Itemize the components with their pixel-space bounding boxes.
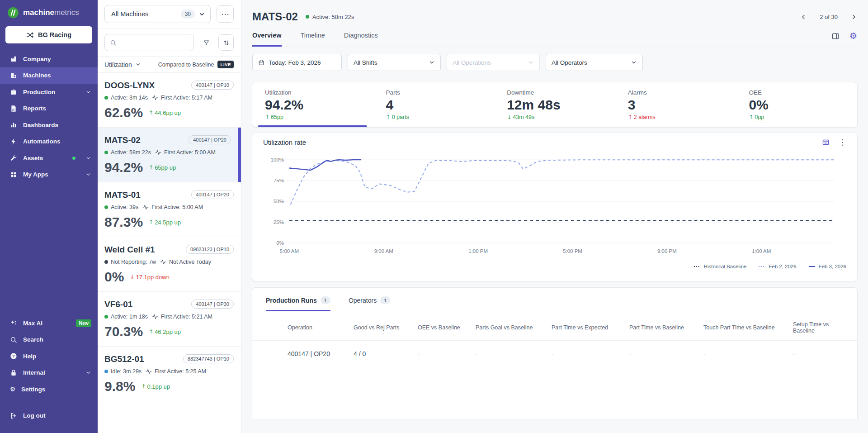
sidebar-item-label: Search xyxy=(23,336,43,343)
sidebar-item-settings[interactable]: ⚙Settings xyxy=(0,381,98,398)
chevron-left-icon[interactable] xyxy=(800,14,807,20)
machine-list: DOOS-LYNX400147 | OP10Active: 3m 14sFirs… xyxy=(98,73,241,433)
filter-label: All Operations xyxy=(453,59,491,66)
machine-search-input[interactable] xyxy=(120,39,189,46)
machine-card-head: Weld Cell #109823123 | OP10 xyxy=(104,244,234,256)
operation-badge: 400147 | OP10 xyxy=(191,81,234,90)
lock-icon xyxy=(10,369,17,376)
sort-by-dropdown[interactable]: Utilization xyxy=(104,61,141,68)
kpi-delta-text: 2 alarms xyxy=(634,114,656,120)
machine-card-vf6-01[interactable]: VF6-01400147 | OP30Active: 1m 18sFirst A… xyxy=(98,292,241,347)
online-dot xyxy=(72,157,75,160)
y-tick-label: 50% xyxy=(274,199,284,204)
chevron-down-icon xyxy=(85,155,91,161)
activity-icon xyxy=(146,368,152,375)
machine-card-mats-01[interactable]: MATS-01400147 | OP20Active: 39sFirst Act… xyxy=(98,182,241,237)
gear-icon[interactable]: ⚙ xyxy=(849,32,857,40)
operators-filter[interactable]: All Operators xyxy=(546,54,643,71)
table-row[interactable]: 400147 | OP204 / 0------ xyxy=(252,341,857,367)
table-cell: - xyxy=(793,350,848,357)
column-header-part-time-vs-expected: Part Time vs Expected xyxy=(552,324,629,331)
kpi-oee[interactable]: OEE0%↑0pp xyxy=(736,82,857,127)
shifts-filter[interactable]: All Shifts xyxy=(348,54,441,71)
panel-toggle-icon[interactable] xyxy=(831,32,840,40)
machine-list-panel: All Machines 30 ⋯ Utilization xyxy=(98,0,241,433)
sort-button[interactable] xyxy=(218,34,234,51)
tab-timeline[interactable]: Timeline xyxy=(301,32,325,47)
machine-card-head: VF6-01400147 | OP30 xyxy=(104,299,234,310)
kpi-label: Alarms xyxy=(628,89,736,96)
x-tick-label: 1:00 AM xyxy=(752,248,771,254)
sidebar-item-production[interactable]: Production xyxy=(0,84,98,100)
compare-mode: Compared to Baseline LIVE xyxy=(158,61,234,68)
filter-button[interactable] xyxy=(198,34,214,51)
column-header-setup-time-vs-baseline: Setup Time vs Baseline xyxy=(793,321,848,334)
tab-diagnostics[interactable]: Diagnostics xyxy=(344,32,378,47)
search-icon xyxy=(110,39,117,46)
machine-status-row: Active: 3m 14sFirst Active: 5:17 AM xyxy=(104,95,234,101)
machine-card-bg512-01[interactable]: BG512-01882347743 | OP10Idle: 3m 29sFirs… xyxy=(98,347,241,401)
machinemetrics-logo-icon xyxy=(7,7,19,19)
runs-tab-operators[interactable]: Operators1 xyxy=(349,292,390,311)
sidebar-item-label: Production xyxy=(23,89,55,95)
machine-group-select[interactable]: All Machines 30 xyxy=(104,5,211,23)
sidebar-item-reports[interactable]: Reports xyxy=(0,100,98,117)
sidebar-item-log-out[interactable]: Log out xyxy=(0,408,98,424)
legend-item-feb-2-2026[interactable]: Feb 2, 2026 xyxy=(758,263,796,270)
runs-tab-production-runs[interactable]: Production Runs1 xyxy=(266,292,330,311)
kpi-label: Parts xyxy=(386,89,495,96)
table-view-icon[interactable] xyxy=(822,138,830,146)
sidebar-item-assets[interactable]: Assets xyxy=(0,150,98,167)
machine-search-row xyxy=(98,29,241,57)
utilization-chart-card: Utilization rate ⋮ 0%25%50%75%100%5:00 A… xyxy=(252,132,858,281)
operation-badge: 09823123 | OP10 xyxy=(186,245,234,254)
sidebar-item-help[interactable]: ?Help xyxy=(0,348,98,365)
tab-overview[interactable]: Overview xyxy=(252,32,282,47)
machine-delta: ↓17.1pp down xyxy=(130,274,170,281)
sidebar-item-label: Reports xyxy=(23,105,46,112)
date-filter[interactable]: Today: Feb 3, 2026 xyxy=(252,54,342,71)
sidebar-item-my-apps[interactable]: My Apps xyxy=(0,167,98,183)
chevron-right-icon[interactable] xyxy=(850,14,857,20)
column-header-oee-vs-baseline: OEE vs Baseline xyxy=(418,324,476,331)
legend-item-feb-3-2026[interactable]: Feb 3, 2026 xyxy=(808,263,846,270)
search-box[interactable] xyxy=(104,34,194,51)
runs-tab-count: 1 xyxy=(380,296,390,304)
sidebar-item-machines[interactable]: Machines xyxy=(0,67,98,84)
sidebar-item-company[interactable]: Company xyxy=(0,51,98,67)
new-badge: New xyxy=(76,319,91,327)
column-header-good-vs-rej-parts: Good vs Rej Parts xyxy=(354,324,418,331)
sidebar-item-max-ai[interactable]: Max AINew xyxy=(0,315,98,332)
chart-title: Utilization rate xyxy=(263,138,306,146)
kpi-utilization[interactable]: Utilization94.2%↑65pp xyxy=(252,82,373,127)
dots-vertical-icon[interactable]: ⋮ xyxy=(839,138,846,146)
kpi-value: 94.2% xyxy=(265,97,373,113)
delta-text: 46.2pp up xyxy=(155,328,181,335)
org-switcher-button[interactable]: BG Racing xyxy=(5,26,92,43)
sidebar-item-dashboards[interactable]: Dashboards xyxy=(0,117,98,133)
kpi-parts[interactable]: Parts4↑0 parts xyxy=(373,82,495,127)
first-active-text: Not Active Today xyxy=(169,259,211,265)
machine-card-mats-02[interactable]: MATS-02400147 | OP20Active: 58m 22sFirst… xyxy=(98,128,241,182)
legend-item-historical-baseline[interactable]: Historical Baseline xyxy=(693,263,747,270)
machine-count-badge: 30 xyxy=(181,10,195,19)
machine-card-doos-lynx[interactable]: DOOS-LYNX400147 | OP10Active: 3m 14sFirs… xyxy=(98,73,241,128)
more-options-button[interactable]: ⋯ xyxy=(217,5,234,23)
sidebar-item-search[interactable]: Search xyxy=(0,332,98,348)
kpi-alarms[interactable]: Alarms3↑2 alarms xyxy=(615,82,736,127)
kpi-downtime[interactable]: Downtime12m 48s↓43m 49s xyxy=(494,82,615,127)
sidebar-item-internal[interactable]: Internal xyxy=(0,365,98,381)
funnel-icon xyxy=(203,39,210,46)
runs-tab-count: 1 xyxy=(321,296,330,304)
machine-card-weld-cell-1[interactable]: Weld Cell #109823123 | OP10Not Reporting… xyxy=(98,237,241,292)
kpi-delta-text: 65pp xyxy=(271,114,283,120)
sidebar-item-label: My Apps xyxy=(23,171,48,178)
machine-value-row: 87.3%↑24.5pp up xyxy=(104,214,234,230)
automations-icon xyxy=(10,138,17,145)
arrow-up-icon: ↑ xyxy=(628,114,632,120)
x-tick-label: 5:00 AM xyxy=(280,248,299,254)
kpi-label: Downtime xyxy=(507,89,615,96)
operation-badge: 400147 | OP30 xyxy=(191,300,234,309)
machine-delta: ↑46.2pp up xyxy=(149,328,181,335)
sidebar-item-automations[interactable]: Automations xyxy=(0,133,98,150)
